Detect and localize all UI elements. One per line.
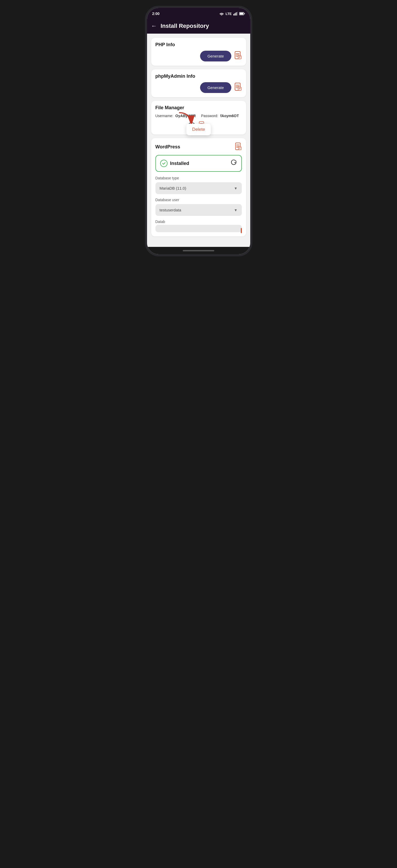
database-type-value: MariaDB (11.0) xyxy=(160,186,186,190)
battery-icon xyxy=(239,12,245,15)
database-user-dropdown[interactable]: testuserdata ▼ xyxy=(155,204,242,216)
phone-frame: 2:00 LTE ← Install Repos xyxy=(147,8,250,254)
phpmyadmin-info-actions: Generate xyxy=(155,82,242,93)
username-value: OyAByW8R xyxy=(175,114,196,118)
phpmyadmin-doc-icon[interactable] xyxy=(235,83,242,93)
check-circle-icon xyxy=(160,160,167,167)
php-info-actions: Generate xyxy=(155,51,242,61)
svg-rect-35 xyxy=(238,147,241,150)
database-type-label: Database type xyxy=(155,176,242,180)
svg-rect-0 xyxy=(234,14,234,16)
time-display: 2:00 xyxy=(152,11,160,16)
wifi-icon xyxy=(219,12,224,16)
back-button[interactable]: ← xyxy=(151,23,157,29)
status-icons: LTE xyxy=(219,12,245,16)
svg-rect-5 xyxy=(240,13,243,15)
database-user-value: testuserdata xyxy=(160,208,181,212)
svg-rect-2 xyxy=(236,12,237,16)
page-title: Install Repository xyxy=(161,23,209,29)
file-manager-credentials: Username: OyAByW8R Password: fAoym6OT xyxy=(155,114,242,118)
svg-rect-6 xyxy=(244,13,245,14)
database-user-label: Database user xyxy=(155,198,242,202)
password-label: Password: xyxy=(201,114,218,118)
wordpress-doc-icon[interactable] xyxy=(235,142,242,151)
database-user-arrow-icon: ▼ xyxy=(234,208,238,212)
nav-bar: ← Install Repository xyxy=(147,20,250,34)
file-manager-actions: Delete xyxy=(155,121,242,130)
home-bar xyxy=(183,250,214,251)
svg-rect-1 xyxy=(235,13,235,16)
wordpress-header: WordPress xyxy=(155,142,242,151)
delete-button[interactable]: Delete xyxy=(192,127,205,132)
php-doc-icon[interactable] xyxy=(235,51,242,61)
php-info-title: PHP Info xyxy=(155,42,242,48)
main-content: PHP Info Generate phpMyAd xyxy=(147,34,250,247)
phpmyadmin-generate-button[interactable]: Generate xyxy=(200,82,231,93)
delete-popup: Delete xyxy=(186,124,211,135)
file-manager-card: File Manager Username: OyAByW8R Password… xyxy=(151,101,246,134)
php-generate-button[interactable]: Generate xyxy=(200,51,231,61)
refresh-icon[interactable] xyxy=(230,159,237,167)
wordpress-title: WordPress xyxy=(155,144,180,150)
svg-rect-11 xyxy=(238,56,241,59)
installed-status-box: Installed xyxy=(155,155,242,172)
wordpress-card: WordPress xyxy=(151,138,246,236)
home-indicator xyxy=(147,247,250,254)
status-bar: 2:00 LTE xyxy=(147,8,250,20)
signal-icon xyxy=(234,12,238,16)
password-value: fAoym6OT xyxy=(220,114,239,118)
php-info-card: PHP Info Generate xyxy=(151,38,246,66)
svg-rect-3 xyxy=(237,12,238,16)
username-label: Username: xyxy=(155,114,173,118)
installed-label: Installed xyxy=(170,161,189,166)
file-manager-title: File Manager xyxy=(155,105,242,111)
installed-left: Installed xyxy=(160,160,189,167)
lte-label: LTE xyxy=(225,12,232,16)
database-partial-label: Datab xyxy=(155,220,242,224)
database-partial-dropdown[interactable] xyxy=(155,225,242,232)
partial-scroll-indicator xyxy=(241,228,242,233)
database-type-arrow-icon: ▼ xyxy=(234,186,238,190)
svg-rect-18 xyxy=(238,87,241,90)
phpmyadmin-info-card: phpMyAdmin Info Generate xyxy=(151,69,246,97)
phpmyadmin-info-title: phpMyAdmin Info xyxy=(155,73,242,79)
database-type-dropdown[interactable]: MariaDB (11.0) ▼ xyxy=(155,182,242,194)
